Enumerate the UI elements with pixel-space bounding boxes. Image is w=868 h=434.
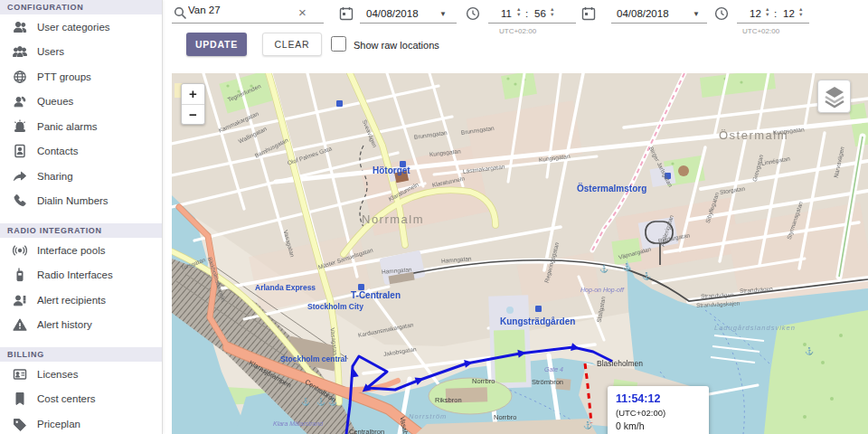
sidebar-item-label: Dialin Numbers [37,195,108,206]
metro-station-icon [336,100,343,107]
contacts-icon [13,144,27,158]
sidebar-item-alert-history[interactable]: Alert history [0,313,162,338]
app-window: CONFIGURATIONUser categoriesUsersPTT gro… [0,0,868,434]
sidebar-item-ptt-groups[interactable]: PTT groups [0,64,162,90]
sharing-icon [13,169,27,184]
user-categories-icon [13,20,27,34]
anchor-icon: ⚓ [316,397,326,406]
anchor-icon: ⚓ [642,271,651,280]
sidebar-item-panic-alarms[interactable]: Panic alarms [0,114,162,139]
content-area: × 04/08/2018 ▼ 11 ▲▼ : 56 ▲▼ UTC+02:00 0… [163,0,868,434]
map-canvas[interactable]: ⚓⚓⚓⚓⚓⚓⚓⚓ NorrmalmÖstermalmHötorgetÖsterm… [172,73,868,434]
show-raw-locations-checkbox[interactable] [331,36,346,52]
sidebar-section-header: CONFIGURATION [0,0,162,14]
sidebar: CONFIGURATIONUser categoriesUsersPTT gro… [0,0,163,434]
anchor-icon: ⚓ [805,346,814,355]
hour-to-stepper[interactable]: ▲▼ [765,7,769,17]
calendar-to-icon[interactable] [581,6,596,24]
clock-from-icon [466,6,480,24]
sidebar-item-sharing[interactable]: Sharing [0,164,162,189]
anchor-icon: ⚓ [301,397,310,406]
metro-station-icon [358,284,364,290]
tz-from-label: UTC+02:00 [499,27,536,35]
sidebar-item-queues[interactable]: Queues [0,90,162,115]
tooltip-time: 11:54:12 [616,392,660,405]
sidebar-section-header: RADIO INTEGRATION [0,223,162,238]
raw-position-dash-line [585,363,591,423]
sidebar-item-label: Alert recipients [37,295,106,306]
sidebar-item-label: Cost centers [37,393,96,404]
date-from-underline [360,23,457,24]
users-icon [13,44,27,59]
sidebar-item-label: Queues [37,96,73,107]
minute-to-stepper[interactable]: ▲▼ [798,7,803,17]
sidebar-item-priceplan[interactable]: Priceplan [0,411,162,434]
licenses-icon [13,367,27,382]
hour-to-value[interactable]: 12 [750,8,761,19]
minute-to-value[interactable]: 12 [783,8,795,19]
minute-from-value[interactable]: 56 [534,8,546,19]
vehicle-route-track[interactable] [346,347,611,434]
search-input[interactable] [188,5,295,15]
search-icon [174,6,187,24]
tooltip-speed: 0 km/h [616,420,701,433]
hour-from-value[interactable]: 11 [501,8,512,19]
minute-from-stepper[interactable]: ▲▼ [550,7,554,17]
time-from-colon: : [525,8,528,19]
update-button[interactable]: UPDATE [186,33,247,56]
position-tooltip: 11:54:12 (UTC+02:00) 0 km/h 08/04/2018 [608,386,709,434]
metro-station-icon [665,173,671,179]
sidebar-item-users[interactable]: Users [0,40,162,65]
date-to-value[interactable]: 04/08/2018 [617,8,669,19]
sidebar-item-label: Priceplan [37,419,80,429]
anchor-icon: ⚓ [599,264,609,273]
sidebar-item-contacts[interactable]: Contacts [0,139,162,165]
sidebar-item-label: Licenses [37,369,78,380]
sidebar-item-radio-interfaces[interactable]: Radio Interfaces [0,263,162,288]
alert-history-icon [13,317,27,332]
time-to-colon: : [774,8,777,19]
anchor-icon: ⚓ [583,420,592,429]
date-to-underline [611,23,707,24]
sidebar-item-label: Radio Interfaces [37,269,113,280]
sidebar-item-label: Sharing [37,171,73,182]
sidebar-item-label: Panic alarms [37,121,97,132]
search-underline [172,23,324,24]
sidebar-item-label: Interface pools [37,245,105,256]
sidebar-item-label: Alert history [37,319,92,330]
hour-from-stepper[interactable]: ▲▼ [516,7,521,17]
sidebar-item-cost-centers[interactable]: Cost centers [0,387,162,412]
metro-station-icon [400,161,406,167]
date-from-caret-icon[interactable]: ▼ [439,10,447,18]
layers-icon [823,85,846,108]
anchor-icon: ⚓ [328,397,337,406]
sidebar-item-user-categories[interactable]: User categories [0,14,162,40]
date-from-value[interactable]: 04/08/2018 [366,8,419,19]
queues-icon [13,94,27,108]
sidebar-item-label: Users [37,46,64,57]
dialin-numbers-icon [13,193,27,208]
sidebar-section-header: BILLING [0,347,162,362]
time-from-underline [488,23,576,24]
show-raw-locations-label[interactable]: Show raw locations [354,40,439,51]
zoom-in-button[interactable]: + [182,84,204,104]
calendar-from-icon[interactable] [339,6,354,24]
anchor-icon: ⚓ [622,262,631,271]
radio-interfaces-icon [13,268,27,282]
zoom-out-button[interactable]: − [182,104,204,124]
sidebar-item-dialin-numbers[interactable]: Dialin Numbers [0,189,162,214]
interface-pools-icon [13,243,27,258]
clear-button[interactable]: CLEAR [262,33,322,56]
sidebar-item-licenses[interactable]: Licenses [0,362,162,387]
tz-to-label: UTC+02:00 [742,27,779,35]
cost-centers-icon [13,392,27,406]
sidebar-item-interface-pools[interactable]: Interface pools [0,238,162,263]
clock-to-icon [714,6,729,24]
date-to-caret-icon[interactable]: ▼ [693,10,700,18]
layers-button[interactable] [817,80,851,113]
sidebar-item-alert-recipients[interactable]: Alert recipients [0,288,162,313]
ptt-groups-icon [13,70,27,84]
route-layer: ⚓⚓⚓⚓⚓⚓⚓⚓ [172,73,868,434]
search-clear-icon[interactable]: × [298,5,307,20]
panic-alarms-icon [13,119,27,134]
